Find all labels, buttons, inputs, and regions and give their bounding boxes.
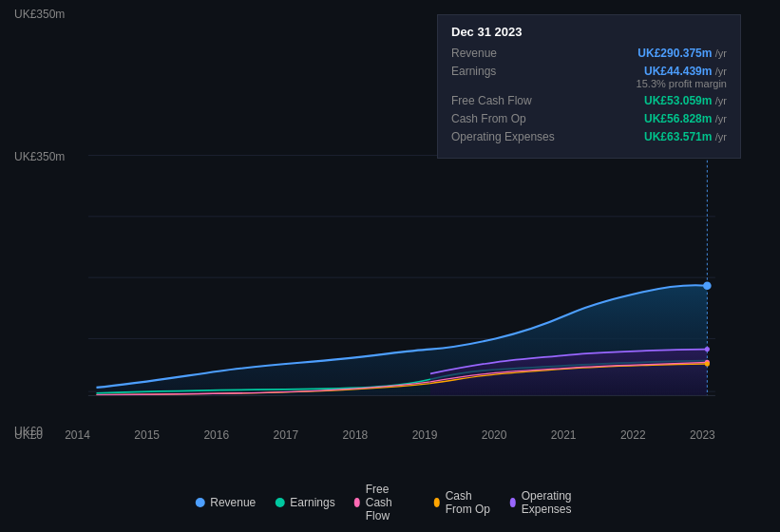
legend-cfo: Cash From Op [434,489,491,516]
x-axis: 2014 2015 2016 2017 2018 2019 2020 2021 … [0,428,780,442]
tooltip-label-revenue: Revenue [451,47,556,60]
x-label-2016: 2016 [203,428,229,442]
x-label-2014: 2014 [65,428,90,442]
tooltip-label-earnings: Earnings [451,65,556,78]
legend-dot-opex [510,498,516,507]
tooltip-row-revenue: Revenue UK£290.375m /yr [451,47,727,60]
tooltip-profit-margin: 15.3% profit margin [637,78,727,89]
y-axis-label-top: UK£350m [14,8,65,21]
legend-label-opex: Operating Expenses [522,489,585,516]
opex-dot [705,347,710,352]
legend-dot-revenue [195,498,204,507]
y-axis-bottom-label: UK£0 [14,425,43,438]
tooltip-value-revenue: UK£290.375m [637,47,712,60]
legend-label-revenue: Revenue [210,496,256,509]
tooltip-label-fcf: Free Cash Flow [451,94,556,107]
revenue-dot [703,281,712,290]
x-label-2023: 2023 [690,428,715,442]
tooltip-row-opex: Operating Expenses UK£63.571m /yr [451,130,727,143]
x-label-2018: 2018 [343,428,369,442]
tooltip-row-fcf: Free Cash Flow UK£53.059m /yr [451,94,727,107]
tooltip-value-earnings: UK£44.439m [644,65,712,78]
legend-label-cfo: Cash From Op [446,489,491,516]
x-label-2022: 2022 [620,428,646,442]
tooltip-card: Dec 31 2023 Revenue UK£290.375m /yr Earn… [437,14,741,159]
tooltip-row-earnings: Earnings UK£44.439m /yr 15.3% profit mar… [451,65,727,89]
legend-label-fcf: Free Cash Flow [366,483,415,522]
tooltip-value-fcf: UK£53.059m [644,94,712,107]
legend-dot-fcf [354,498,360,507]
tooltip-row-cfo: Cash From Op UK£56.828m /yr [451,112,727,125]
y-axis-top-label: UK£350m [14,150,65,163]
legend-earnings: Earnings [275,496,334,509]
legend-dot-cfo [434,498,440,507]
legend-revenue: Revenue [195,496,256,509]
x-label-2020: 2020 [482,428,507,442]
legend-label-earnings: Earnings [290,496,334,509]
tooltip-label-opex: Operating Expenses [451,130,556,143]
cfo-dot [705,361,710,366]
tooltip-value-opex: UK£63.571m [644,130,712,143]
legend-dot-earnings [275,498,284,507]
legend-opex: Operating Expenses [510,489,585,516]
x-label-2017: 2017 [273,428,298,442]
x-label-2021: 2021 [551,428,577,442]
legend: Revenue Earnings Free Cash Flow Cash Fro… [195,483,585,522]
legend-fcf: Free Cash Flow [354,483,415,522]
tooltip-value-cfo: UK£56.828m [644,112,712,125]
x-label-2015: 2015 [134,428,160,442]
tooltip-label-cfo: Cash From Op [451,112,556,125]
tooltip-date: Dec 31 2023 [451,25,727,39]
x-label-2019: 2019 [412,428,438,442]
